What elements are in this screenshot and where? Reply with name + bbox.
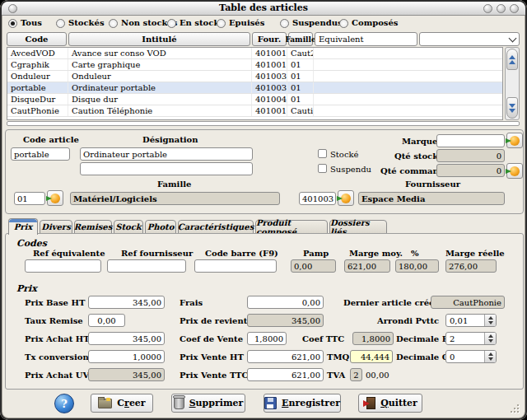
radio-suspendus[interactable] <box>280 19 289 28</box>
column-header-famille[interactable]: Famille <box>288 32 313 46</box>
designation-field[interactable]: Ordinateur portable <box>80 147 253 161</box>
radio-en-stock-label: En stock <box>180 18 219 27</box>
prix-section-title: Prix <box>16 283 37 294</box>
coef-vente-field[interactable]: 1,8000 <box>247 332 287 345</box>
cell-code: portable <box>7 82 68 93</box>
column-header-intitule[interactable]: Intitulé <box>68 32 250 46</box>
fournisseur-lookup-button[interactable] <box>338 190 354 206</box>
pamp-label: Pamp <box>303 249 329 258</box>
spinner-up-down-buttons[interactable] <box>484 315 496 326</box>
stocke-checkbox[interactable] <box>318 149 327 158</box>
table-row[interactable]: DisqueDur Disque dur 401004 01 <box>7 94 502 105</box>
prix-vente-ttc-field[interactable]: 621,00 <box>247 368 324 381</box>
ref-equivalente-field[interactable] <box>25 259 101 273</box>
enregistrer-button[interactable]: Enregistrer <box>264 394 341 413</box>
table-row[interactable]: Cgraphik Carte graphique 401001 01 <box>7 59 502 71</box>
tab-prix[interactable]: Prix <box>8 218 38 235</box>
articles-window: Table des articles Tous Stockés Non stoc… <box>0 0 527 420</box>
table-row-selected[interactable]: portable Ordinateur portable 401003 01 <box>7 82 502 94</box>
table-row[interactable]: Onduleur Onduleur 401003 01 <box>7 71 502 82</box>
table-scrollbar[interactable] <box>505 47 520 120</box>
frais-label: Frais <box>180 298 203 307</box>
scroll-down-button[interactable] <box>506 97 518 119</box>
decimale-qte-stepper[interactable]: 0 <box>445 350 497 363</box>
prix-achat-ht-field[interactable]: 345,00 <box>88 332 165 345</box>
spinner-up-down-buttons[interactable] <box>484 351 496 362</box>
radio-epuises[interactable] <box>217 19 226 28</box>
radio-en-stock[interactable] <box>167 19 176 28</box>
double-up-arrow-icon <box>509 60 515 64</box>
cell-famille: 01 <box>287 82 314 93</box>
minimize-button[interactable] <box>483 4 492 13</box>
cell-code: Onduleur <box>7 71 68 82</box>
equivalent-filter-combobox[interactable]: Equivalent <box>315 32 417 46</box>
column-header-four[interactable]: Four. <box>252 32 287 46</box>
code-article-field[interactable]: portable <box>11 147 70 161</box>
pct-label: % <box>411 249 419 258</box>
table-filter-dropdown[interactable] <box>419 32 520 46</box>
tab-dossiers-lies[interactable]: Dossiers liés <box>329 220 387 234</box>
code-article-label: Code article <box>23 135 79 144</box>
table-row[interactable]: CautPhonie Caution Téléphonie 401001 Cau… <box>7 105 502 117</box>
coef-ttc-label: Coef TTC <box>302 334 344 343</box>
scroll-up-button[interactable] <box>506 49 518 70</box>
tab-photo[interactable]: Photo <box>145 220 176 234</box>
prix-base-ht-field[interactable]: 345,00 <box>88 296 165 309</box>
quitter-button[interactable]: Quitter <box>358 394 422 413</box>
suspendu-checkbox[interactable] <box>318 164 327 173</box>
creer-button[interactable]: Creer <box>91 394 153 413</box>
radio-composes[interactable] <box>339 19 348 28</box>
famille-lookup-button[interactable] <box>47 190 63 206</box>
column-header-code[interactable]: Code <box>7 32 67 46</box>
prix-vente-ttc-label: Prix Vente TTC <box>180 371 248 380</box>
cell-code: CautPhonie <box>7 105 68 116</box>
dernier-article-label: Dernier article crée <box>343 298 434 307</box>
cell-famille: 01 <box>287 71 314 82</box>
radio-tous[interactable] <box>8 19 17 28</box>
fournisseur-code-field[interactable]: 401003 <box>299 192 336 205</box>
prix-revient-label: Prix de revient <box>180 316 247 325</box>
marque-field[interactable] <box>436 134 505 147</box>
horizontal-scrollbar[interactable] <box>7 121 520 126</box>
close-button[interactable] <box>510 4 519 13</box>
table-row[interactable]: AvcedVOD Avance sur conso VOD 401001 Cau… <box>7 48 502 59</box>
dernier-article-field: CautPhonie <box>431 296 505 309</box>
cell-equivalent <box>314 59 502 70</box>
supprimer-button[interactable]: Supprimer <box>171 394 245 413</box>
help-button[interactable]: ? <box>54 394 74 413</box>
marge-reelle-label: Marge réelle <box>445 249 505 258</box>
prix-vente-ht-field[interactable]: 621,00 <box>247 350 324 363</box>
decimale-prix-stepper[interactable]: 2 <box>445 332 497 345</box>
marque-lookup-button[interactable] <box>506 133 523 148</box>
tx-conversion-field[interactable]: 1,0000 <box>88 350 165 363</box>
chevron-down-icon <box>509 35 517 43</box>
coef-vente-label: Coef de Vente <box>180 334 243 343</box>
designation-field-2[interactable] <box>80 162 253 175</box>
double-down-arrow-icon <box>509 104 515 108</box>
tab-remises[interactable]: Remises <box>74 220 112 234</box>
tva-code-field[interactable]: 2 <box>350 368 362 381</box>
creer-label: Creer <box>117 398 145 408</box>
decimale-qte-value: 0 <box>450 352 455 362</box>
taux-remise-field[interactable]: 0,00 <box>88 314 125 327</box>
ref-fournisseur-field[interactable] <box>107 259 186 273</box>
radio-stockes[interactable] <box>56 19 65 28</box>
frais-field[interactable]: 0,00 <box>247 296 324 309</box>
tab-stock[interactable]: Stock <box>114 220 143 234</box>
spinner-up-down-buttons[interactable] <box>484 333 496 344</box>
title-bar[interactable]: Table des articles <box>2 2 525 16</box>
tab-divers[interactable]: Divers <box>40 220 72 234</box>
code-barre-combobox[interactable] <box>194 259 277 273</box>
tab-produit-compose[interactable]: Produit composé <box>255 220 328 234</box>
tab-caracteristiques[interactable]: Caractéristiques <box>178 220 254 234</box>
tva-label: TVA <box>327 371 345 380</box>
maximize-button[interactable] <box>497 4 506 13</box>
tmq-field[interactable]: 44,444 <box>350 350 393 363</box>
qte-commande-lookup-button[interactable] <box>506 163 523 179</box>
famille-code-field[interactable]: 01 <box>14 192 45 205</box>
prix-vente-ht-label: Prix Vente HT <box>180 352 244 362</box>
radio-non-stockes[interactable] <box>109 19 118 28</box>
marge-reelle-field: 276,00 <box>445 259 497 273</box>
resize-grip[interactable] <box>511 404 520 414</box>
arrondi-pvttc-stepper[interactable]: 0,01 <box>445 314 497 327</box>
